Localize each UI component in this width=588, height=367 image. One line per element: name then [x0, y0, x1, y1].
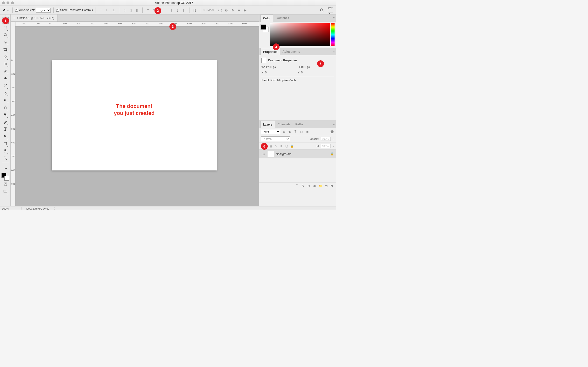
- healing-tool[interactable]: [2, 61, 9, 67]
- window-close[interactable]: [2, 1, 5, 4]
- paths-tab[interactable]: Paths: [293, 121, 306, 128]
- auto-select-checkbox[interactable]: [15, 9, 18, 12]
- lock-transparency-icon[interactable]: ▦: [269, 144, 273, 148]
- hand-tool[interactable]: [2, 148, 9, 154]
- status-bar: 100% Doc: 2.75M/0 bytes 〉: [0, 206, 336, 209]
- doc-tab[interactable]: × Untitled-1 @ 100% (RGB/8*): [11, 15, 58, 22]
- swatches-tab[interactable]: Swatches: [273, 15, 291, 22]
- opacity-input[interactable]: [321, 137, 331, 141]
- marquee-tool[interactable]: [2, 24, 9, 31]
- ruler-horizontal[interactable]: -100-20001002003004005006007008009001000…: [16, 22, 259, 26]
- dist-right-icon[interactable]: ⫿: [181, 8, 187, 13]
- lock-pixels-icon[interactable]: ✎: [274, 144, 278, 148]
- filter-pixel-icon[interactable]: ▦: [282, 129, 286, 134]
- gradient-tool[interactable]: [2, 97, 9, 104]
- fill-label: Fill:: [315, 145, 320, 148]
- auto-align-icon[interactable]: ⫿⫿: [192, 8, 198, 13]
- window-maximize[interactable]: [11, 1, 14, 4]
- properties-panel-menu-icon[interactable]: ≡: [333, 50, 335, 53]
- search-icon[interactable]: [319, 8, 324, 13]
- dist-left-icon[interactable]: ⫿: [169, 8, 174, 13]
- channels-tab[interactable]: Channels: [275, 121, 293, 128]
- lock-artboard-icon[interactable]: ▢: [285, 144, 289, 148]
- workspace-switcher-icon[interactable]: ▭ ⌄: [328, 8, 333, 13]
- eyedropper-tool[interactable]: [2, 53, 9, 60]
- layers-empty-area: [259, 158, 336, 183]
- 3d-roll-icon: ◐: [224, 8, 229, 13]
- canvas[interactable]: The document you just created: [52, 60, 217, 170]
- props-y: Y: 0: [298, 71, 324, 74]
- brush-tool[interactable]: [2, 68, 9, 75]
- path-select-tool[interactable]: [2, 133, 9, 140]
- show-transform-checkbox[interactable]: [56, 9, 59, 12]
- link-layers-icon[interactable]: ⌒: [295, 184, 299, 188]
- blend-mode-select[interactable]: Normal: [261, 136, 290, 141]
- pen-tool[interactable]: [2, 118, 9, 125]
- align-left-icon[interactable]: ▯: [122, 8, 127, 13]
- filter-type-icon[interactable]: T: [293, 129, 298, 134]
- align-vcenter-icon[interactable]: ⊢: [105, 8, 110, 13]
- fill-input[interactable]: [321, 144, 331, 148]
- layer-filter-kind[interactable]: Kind: [261, 129, 280, 134]
- layer-locked-icon[interactable]: 🔒: [330, 152, 334, 156]
- color-swatch-pair[interactable]: [260, 23, 269, 46]
- edit-toolbar-icon[interactable]: ⋯: [2, 165, 9, 172]
- show-transform-label: Show Transform Controls: [60, 8, 93, 12]
- layer-thumbnail[interactable]: [267, 151, 274, 157]
- background-color[interactable]: [4, 176, 9, 181]
- filter-shape-icon[interactable]: ▢: [299, 129, 303, 134]
- type-tool[interactable]: T: [2, 126, 9, 133]
- layers-tab[interactable]: Layers: [260, 121, 275, 128]
- adjustments-tab[interactable]: Adjustments: [280, 48, 302, 55]
- align-right-icon[interactable]: ▯: [134, 8, 140, 13]
- color-tab[interactable]: Color: [260, 15, 273, 22]
- new-group-icon[interactable]: 📁: [318, 184, 323, 188]
- filter-adjust-icon[interactable]: ◐: [288, 129, 292, 134]
- filter-toggle-icon[interactable]: ⬤: [330, 129, 334, 134]
- layer-visibility-icon[interactable]: [261, 152, 265, 156]
- quick-select-tool[interactable]: [2, 39, 9, 46]
- close-tab-icon[interactable]: ×: [14, 16, 16, 20]
- add-mask-icon[interactable]: ◻: [306, 184, 311, 188]
- shape-tool[interactable]: [2, 140, 9, 147]
- svg-rect-15: [4, 190, 7, 192]
- crop-tool[interactable]: [2, 46, 9, 53]
- move-tool-icon[interactable]: ✥ ⌄: [3, 8, 10, 12]
- blur-tool[interactable]: [2, 104, 9, 111]
- panel-collapse-icon[interactable]: »: [3, 15, 8, 17]
- annotation-5: 5: [317, 60, 324, 67]
- zoom-level[interactable]: 100%: [2, 207, 17, 210]
- color-panel-menu-icon[interactable]: ≡: [333, 17, 335, 20]
- dist-hcenter-icon[interactable]: ⫿: [175, 8, 180, 13]
- background-layer-row[interactable]: Background 🔒: [259, 150, 336, 158]
- window-minimize[interactable]: [7, 1, 9, 4]
- lock-position-icon[interactable]: ✥: [279, 144, 283, 148]
- hue-strip[interactable]: [331, 23, 335, 46]
- eraser-tool[interactable]: [2, 90, 9, 96]
- doc-info[interactable]: Doc: 2.75M/0 bytes: [26, 207, 49, 210]
- delete-layer-icon[interactable]: 🗑: [330, 184, 334, 188]
- dist-top-icon[interactable]: ≡: [145, 8, 151, 13]
- screen-mode-icon[interactable]: [2, 188, 9, 195]
- history-brush-tool[interactable]: [2, 82, 9, 89]
- stamp-tool[interactable]: [2, 75, 9, 82]
- ruler-vertical[interactable]: 0100200300400500600700800900: [11, 26, 16, 206]
- filter-smart-icon[interactable]: ▣: [305, 129, 309, 134]
- annotation-4: 4: [273, 43, 280, 50]
- dodge-tool[interactable]: [2, 111, 9, 118]
- align-top-icon[interactable]: ⊤: [99, 8, 104, 13]
- align-horizontal-group: ▯ ▯ ▯: [122, 8, 140, 13]
- auto-select-dropdown[interactable]: Layer: [36, 8, 51, 13]
- lock-all-icon[interactable]: 🔒: [290, 144, 294, 148]
- new-layer-icon[interactable]: ▤: [324, 184, 328, 188]
- color-swatch-tool[interactable]: [1, 173, 9, 181]
- quick-mask-icon[interactable]: [2, 181, 9, 188]
- layers-panel-menu-icon[interactable]: ≡: [333, 123, 335, 126]
- layer-fx-icon[interactable]: fx: [301, 184, 305, 188]
- color-field[interactable]: [270, 23, 330, 46]
- align-hcenter-icon[interactable]: ▯: [128, 8, 133, 13]
- add-adjustment-icon[interactable]: ◐: [312, 184, 317, 188]
- lasso-tool[interactable]: [2, 32, 9, 38]
- align-bottom-icon[interactable]: ⊥: [111, 8, 116, 13]
- zoom-tool[interactable]: [2, 155, 9, 161]
